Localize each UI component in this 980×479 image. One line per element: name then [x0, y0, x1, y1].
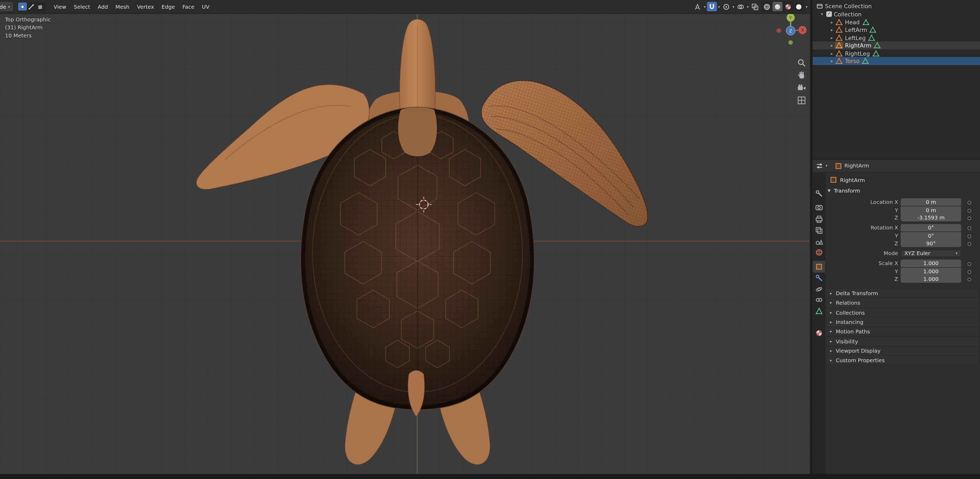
menu-view[interactable]: View [50, 2, 70, 11]
face-select-button[interactable] [36, 2, 44, 11]
animate-dot-icon[interactable] [967, 278, 971, 281]
chevron-down-icon[interactable]: ▾ [718, 5, 720, 8]
transform-orientation-icon[interactable] [692, 2, 702, 11]
mode-dropdown[interactable]: ode ▾ [0, 1, 14, 12]
section-collections[interactable]: ▸ Collections [826, 308, 979, 318]
menu-vertex[interactable]: Vertex [133, 2, 158, 11]
section-delta-transform[interactable]: ▸ Delta Transform [826, 289, 979, 298]
disclosure-closed-icon[interactable]: ▸ [829, 59, 835, 64]
animate-dot-icon[interactable] [967, 234, 971, 238]
object-name-row[interactable]: RightArm [830, 176, 865, 183]
solid-shading-icon[interactable] [773, 2, 783, 11]
disclosure-open-icon[interactable]: ▾ [819, 11, 825, 17]
transform-panel-header[interactable]: ▼ Transform [827, 188, 860, 194]
section-relations[interactable]: ▸ Relations [826, 299, 979, 308]
outliner-row-head[interactable]: ▸ Head [813, 18, 980, 26]
section-motion-paths[interactable]: ▸ Motion Paths [826, 327, 979, 337]
tab-view-layer[interactable] [813, 225, 825, 236]
rotation-mode-dropdown[interactable]: XYZ Euler ▾ [900, 249, 961, 257]
animate-dot-icon[interactable] [967, 216, 971, 220]
section-custom-properties[interactable]: ▸ Custom Properties [826, 356, 979, 365]
animate-dot-icon[interactable] [967, 226, 971, 230]
rotation-z-field[interactable]: 90° [900, 240, 961, 247]
snap-magnet-icon[interactable] [707, 2, 717, 11]
disclosure-closed-icon[interactable]: ▸ [829, 51, 835, 56]
rotation-y-field[interactable]: 0° [900, 232, 961, 239]
camera-view-icon[interactable] [796, 83, 806, 93]
tab-render[interactable] [813, 201, 825, 213]
outliner-row-torso[interactable]: ▸ Torso [813, 57, 980, 65]
outliner-row-leftarm[interactable]: ▸ LeftArm [813, 26, 980, 34]
scale-z-field[interactable]: 1.000 [900, 275, 961, 283]
menu-edge[interactable]: Edge [158, 2, 179, 11]
chevron-down-icon[interactable]: ▾ [732, 5, 734, 8]
animate-dot-icon[interactable] [967, 262, 971, 266]
animate-dot-icon[interactable] [967, 242, 971, 246]
collection-row[interactable]: ▾ ✓ Collection [813, 10, 980, 18]
disclosure-closed-icon[interactable]: ▸ [829, 43, 835, 48]
tab-tool[interactable] [813, 188, 825, 200]
tab-constraints[interactable] [813, 294, 825, 306]
proportional-editing-icon[interactable] [721, 2, 731, 11]
section-label: Collections [836, 310, 865, 316]
xray-toggle-icon[interactable] [750, 2, 760, 11]
orthographic-grid-icon[interactable] [796, 95, 806, 105]
chevron-down-icon[interactable]: ▾ [826, 164, 827, 168]
tab-scene[interactable] [813, 236, 825, 247]
properties-editor-icon[interactable] [816, 162, 823, 169]
navigation-gizmo[interactable]: Y X Z [773, 10, 808, 48]
zoom-icon[interactable] [796, 57, 806, 67]
chevron-down-icon[interactable]: ▾ [747, 5, 749, 8]
gizmo-minus-x[interactable] [776, 29, 781, 33]
outliner-row-rightleg[interactable]: ▸ RightLeg [813, 49, 980, 57]
overlays-icon[interactable] [736, 2, 746, 11]
tab-object[interactable] [813, 261, 825, 273]
chevron-down-icon[interactable]: ▾ [704, 5, 706, 8]
section-visibility[interactable]: ▸ Visibility [826, 337, 979, 346]
material-shading-icon[interactable] [783, 2, 793, 11]
pan-hand-icon[interactable] [796, 70, 806, 80]
viewport-canvas[interactable] [0, 0, 810, 474]
tab-modifiers[interactable] [813, 272, 825, 284]
location-x-field[interactable]: 0 m [900, 198, 961, 206]
location-z-field[interactable]: -3.1593 m [900, 214, 961, 221]
collection-checkbox[interactable]: ✓ [826, 11, 832, 17]
scale-y-field[interactable]: 1.000 [900, 267, 961, 275]
tab-output[interactable] [813, 213, 825, 225]
animate-dot-icon[interactable] [967, 270, 971, 273]
section-instancing[interactable]: ▸ Instancing [826, 318, 979, 327]
menu-select[interactable]: Select [70, 2, 94, 11]
editor-splitter[interactable] [810, 0, 812, 474]
object-properties-icon [815, 263, 823, 271]
disclosure-closed-icon[interactable]: ▸ [829, 35, 835, 40]
mesh-object-icon [835, 50, 843, 57]
section-viewport-display[interactable]: ▸ Viewport Display [826, 346, 979, 356]
viewport-side-controls [796, 57, 806, 105]
menu-mesh[interactable]: Mesh [112, 2, 134, 11]
outliner-row-rightarm[interactable]: ▸ RightArm [813, 41, 980, 49]
gizmo-minus-y[interactable] [788, 40, 793, 45]
tab-physics[interactable] [813, 283, 825, 295]
menu-face[interactable]: Face [179, 2, 198, 11]
disclosure-closed-icon[interactable]: ▸ [829, 20, 835, 25]
edge-select-button[interactable] [27, 2, 36, 11]
tab-object-data[interactable] [813, 305, 825, 317]
vertex-select-button[interactable] [18, 2, 27, 11]
outliner-row-leftleg[interactable]: ▸ LeftLeg [813, 34, 980, 42]
mesh-data-icon [862, 57, 869, 64]
tab-world[interactable] [813, 246, 825, 258]
animate-dot-icon[interactable] [967, 209, 971, 212]
menu-add[interactable]: Add [94, 2, 112, 11]
menu-uv[interactable]: UV [198, 2, 213, 11]
wireframe-shading-icon[interactable] [762, 2, 772, 11]
animate-dot-icon[interactable] [967, 201, 971, 204]
disclosure-closed-icon[interactable]: ▸ [829, 27, 835, 32]
chevron-down-icon[interactable]: ▾ [805, 5, 807, 8]
rotation-x-field[interactable]: 0° [900, 224, 961, 232]
location-y-field[interactable]: 0 m [900, 206, 961, 213]
rendered-shading-icon[interactable] [794, 2, 803, 11]
tab-material[interactable] [813, 327, 825, 339]
scene-collection-row[interactable]: Scene Collection [813, 2, 980, 10]
scale-x-field[interactable]: 1.000 [900, 260, 961, 267]
3d-viewport[interactable]: ode ▾ View Select Add Mesh Vertex [0, 0, 810, 474]
